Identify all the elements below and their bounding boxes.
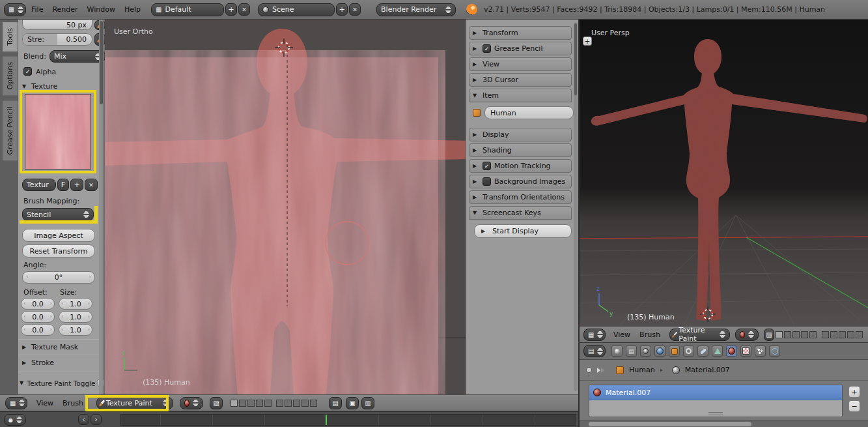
start-display-button[interactable]: ▶ Start Display [474,224,572,238]
tab-render-layers-icon[interactable]: ▤ [626,346,637,357]
frame-forward-button[interactable]: › [91,414,102,425]
snap-button[interactable]: ▤ [329,397,342,409]
viewport-editor-type-icon[interactable]: ▦ [5,397,27,409]
chevron-left-icon[interactable]: ‹ [61,300,64,306]
chevron-right-icon[interactable]: › [87,313,90,319]
tab-material-icon[interactable] [726,346,737,357]
3d-viewport-persp[interactable]: z y User Persp (135) Human [580,20,868,326]
scrollbar-thumb[interactable] [589,422,751,426]
add-scene-button[interactable]: + [336,3,348,16]
layer-toggle[interactable] [231,400,238,407]
panel-item[interactable]: ▼Item [469,89,572,102]
add-material-slot-button[interactable]: + [848,386,860,398]
layer-toggle[interactable] [801,331,808,338]
layer-toggle[interactable] [847,331,854,338]
chevron-right-icon[interactable]: › [87,326,90,332]
stroke-panel-header[interactable]: ▶ Stroke [22,359,54,367]
tab-tools[interactable]: Tools [3,22,18,52]
menu-help[interactable]: Help [120,5,145,14]
offset-z-field[interactable]: ‹0.0› [21,324,55,336]
scene-selector[interactable]: Scene [258,3,335,16]
size-y-field[interactable]: ‹1.0› [59,311,92,323]
pin-icon[interactable] [586,367,592,373]
tab-render-icon[interactable] [611,346,623,357]
menu-window[interactable]: Window [83,5,119,14]
layer-toggle[interactable] [792,331,800,338]
fake-user-button[interactable]: F [57,179,69,191]
tab-modifiers-icon[interactable] [697,346,708,357]
viewport-editor-type-icon[interactable]: ▦ [583,329,606,341]
brush-mapping-dropdown[interactable]: Stencil [22,208,94,221]
layer-toggle[interactable] [776,331,783,338]
texture-panel-header[interactable]: ▼ Texture [22,82,57,91]
view-menu[interactable]: View [33,399,57,407]
radius-slider[interactable]: 50 px [22,20,92,30]
screen-layout-selector[interactable]: ▦ Default [151,3,224,16]
brush-menu[interactable]: Brush [59,399,87,407]
timeline-editor-type-icon[interactable]: ● [4,414,26,426]
menu-file[interactable]: File [27,5,47,14]
layer-toggle[interactable] [856,331,863,338]
tab-object-icon[interactable] [669,346,680,357]
chevron-right-icon[interactable]: › [49,326,52,332]
material-slot-selected[interactable]: Material.007 [589,385,842,400]
panel-transform-orientations[interactable]: ▶Transform Orientations [469,190,572,204]
mode-dropdown[interactable]: Texture Paint [96,397,173,409]
layer-toggle[interactable] [822,331,829,338]
tab-object-data-icon[interactable] [712,346,723,357]
properties-scrollbar[interactable] [580,420,868,427]
chevron-right-icon[interactable]: › [49,300,52,306]
layer-toggle[interactable] [301,400,309,407]
delete-layout-button[interactable]: ✕ [238,3,250,16]
blend-mode-dropdown[interactable]: Mix [49,50,105,63]
render-engine-selector[interactable]: Blender Render [376,3,456,16]
layer-toggle[interactable] [239,400,246,407]
panel-view[interactable]: ▶View [469,57,572,71]
menu-render[interactable]: Render [48,5,81,14]
panel-motion-tracking[interactable]: ▶✓Motion Tracking [469,159,572,173]
chevron-left-icon[interactable]: ‹ [61,313,64,319]
texture-paint-toggle-panel-header[interactable]: ▼ Texture Paint Toggle [20,378,104,388]
panel-transform[interactable]: ▶Transform [469,26,572,40]
playhead[interactable] [326,415,327,425]
layers-widget[interactable] [776,331,864,338]
panel-screencast-keys[interactable]: ▼Screencast Keys [469,206,572,220]
tab-particles-icon[interactable] [755,346,766,357]
layer-toggle[interactable] [293,400,300,407]
chevron-left-icon[interactable]: ‹ [26,273,29,280]
tab-constraints-icon[interactable] [683,346,694,357]
texture-datablock-field[interactable]: Textur [22,179,56,191]
reset-transform-button[interactable]: Reset Transform [22,244,95,258]
angle-field[interactable]: ‹ 0° › [22,271,95,284]
tab-options[interactable]: Options [3,55,18,96]
viewport-shading-dropdown[interactable] [735,329,759,341]
size-x-field[interactable]: ‹1.0› [59,298,92,310]
layer-toggle[interactable] [264,400,272,407]
strength-slider[interactable]: Stre: 0.500 [22,33,92,46]
panel-display[interactable]: ▶Display [469,128,572,141]
frame-back-button[interactable]: ‹ [78,414,89,425]
offset-y-field[interactable]: ‹0.0› [21,311,55,323]
chevron-left-icon[interactable]: ‹ [23,300,26,306]
image-aspect-button[interactable]: Image Aspect [22,229,95,242]
layer-toggle[interactable] [809,331,817,338]
layer-toggle[interactable] [256,400,263,407]
remove-material-slot-button[interactable]: − [848,400,860,412]
layer-toggle[interactable] [310,400,317,407]
chevron-left-icon[interactable]: ‹ [61,326,64,332]
layer-toggle[interactable] [276,400,283,407]
panel-shading[interactable]: ▶Shading [469,143,572,157]
layer-toggle[interactable] [784,331,791,338]
size-z-field[interactable]: ‹1.0› [59,324,92,336]
timeline-track[interactable] [120,414,576,426]
open-toolshelf-plus-button[interactable]: + [583,37,592,46]
node-arrows-icon[interactable] [597,368,604,373]
pivot-button[interactable]: ▨ [210,397,223,409]
layer-toggle[interactable] [247,400,255,407]
add-layout-button[interactable]: + [225,3,237,16]
panel-grease-pencil[interactable]: ▶✓Grease Pencil [469,42,572,55]
list-resize-grip[interactable] [708,412,723,415]
alpha-checkbox[interactable]: ✓ [23,67,32,76]
layer-toggle[interactable] [285,400,292,407]
view-menu[interactable]: View [609,331,634,339]
